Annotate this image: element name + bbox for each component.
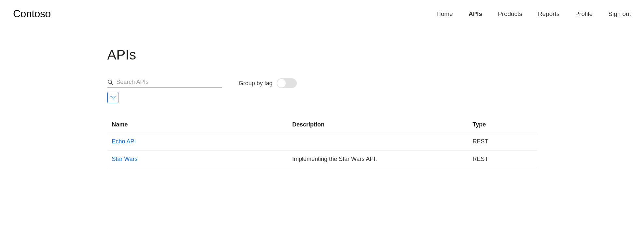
api-type-cell: REST <box>468 151 537 168</box>
content: APIs Group by tag + Name Description <box>107 28 537 168</box>
api-description-cell: Implementing the Star Wars API. <box>288 151 468 168</box>
nav-item-sign-out[interactable]: Sign out <box>608 10 631 18</box>
brand-logo: Contoso <box>13 8 51 20</box>
search-icon <box>107 79 113 85</box>
nav-item-apis[interactable]: APIs <box>469 10 482 18</box>
page-title: APIs <box>107 47 537 63</box>
api-description-cell <box>288 133 468 151</box>
api-name-cell: Star Wars <box>107 151 288 168</box>
column-header-type: Type <box>468 117 537 133</box>
column-header-name: Name <box>107 117 288 133</box>
top-nav: Home APIs Products Reports Profile Sign … <box>436 10 631 18</box>
table-row: Star Wars Implementing the Star Wars API… <box>107 151 537 168</box>
svg-marker-3 <box>111 96 115 99</box>
controls-row: Group by tag <box>107 78 537 88</box>
filter-add-icon: + <box>110 95 116 100</box>
api-link[interactable]: Echo API <box>112 138 136 145</box>
api-table: Name Description Type Echo API REST Star… <box>107 117 537 168</box>
header: Contoso Home APIs Products Reports Profi… <box>0 0 644 28</box>
column-header-description: Description <box>288 117 468 133</box>
toggle-knob <box>277 79 286 87</box>
api-link[interactable]: Star Wars <box>112 156 138 162</box>
nav-item-home[interactable]: Home <box>436 10 453 18</box>
table-header-row: Name Description Type <box>107 117 537 133</box>
nav-item-profile[interactable]: Profile <box>575 10 593 18</box>
group-by-tag-control: Group by tag <box>238 78 297 88</box>
search-input[interactable] <box>116 79 222 85</box>
search-field-wrap <box>107 79 222 88</box>
svg-line-1 <box>111 83 112 84</box>
nav-item-products[interactable]: Products <box>498 10 522 18</box>
group-by-tag-label: Group by tag <box>239 80 273 87</box>
api-type-cell: REST <box>468 133 537 151</box>
table-row: Echo API REST <box>107 133 537 151</box>
nav-item-reports[interactable]: Reports <box>538 10 560 18</box>
group-by-tag-toggle[interactable] <box>277 78 297 88</box>
add-filter-button[interactable]: + <box>107 92 118 103</box>
api-name-cell: Echo API <box>107 133 288 151</box>
